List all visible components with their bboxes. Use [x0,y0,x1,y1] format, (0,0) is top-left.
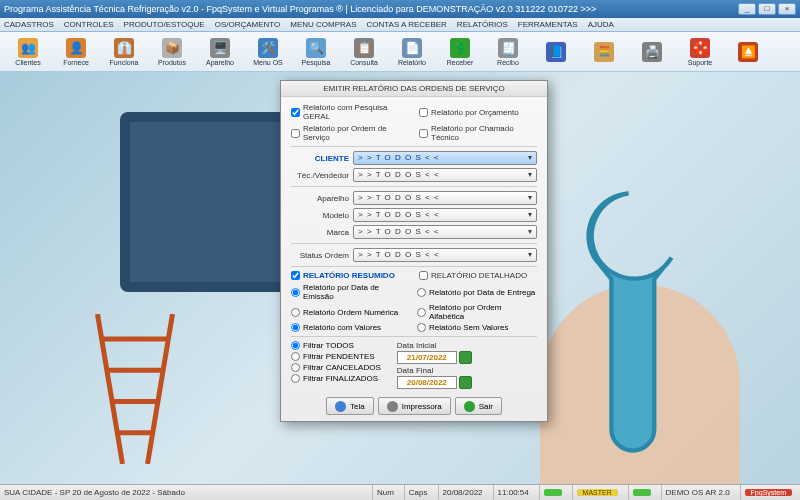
toolbar-btn-receber[interactable]: 💲Receber [438,34,482,70]
toolbar-btn-menu os[interactable]: 🛠️Menu OS [246,34,290,70]
toolbar-label: Clientes [15,59,40,66]
wrench-icon [540,172,760,472]
input-data-final[interactable]: 20/08/2022 [397,376,457,389]
toolbar-label: Relatório [398,59,426,66]
titlebar: Programa Assistência Técnica Refrigeraçã… [0,0,800,18]
impressora-button[interactable]: Impressora [378,397,451,415]
menu-produto[interactable]: PRODUTO/ESTOQUE [124,20,205,29]
select-aparelho[interactable]: > > T O D O S < < [353,191,537,205]
filter-todos[interactable]: Filtrar TODOS [291,341,381,350]
toolbar: 👥Clientes👤Fornece👔Funciona📦Produtos🖥️Apa… [0,32,800,72]
window-title: Programa Assistência Técnica Refrigeraçã… [4,4,738,14]
menu-ferramentas[interactable]: FERRAMENTAS [518,20,578,29]
radio-sem-valores[interactable]: Relatório Sem Valores [417,323,537,332]
toolbar-icon: 🖨️ [642,42,662,62]
window-controls: _ □ × [738,3,796,15]
toolbar-btn-item13[interactable]: 🖨️ [630,34,674,70]
status-num: Num [372,485,398,500]
filter-finalizados[interactable]: Filtrar FINALIZADOS [291,374,381,383]
toolbar-btn-produtos[interactable]: 📦Produtos [150,34,194,70]
report-dialog: EMITIR RELATÓRIO DAS ORDENS DE SERVIÇO R… [280,80,548,422]
minimize-button[interactable]: _ [738,3,756,15]
check-ordem-servico[interactable]: Relatório por Ordem de Serviço [291,124,409,142]
toolbar-btn-item11[interactable]: 📘 [534,34,578,70]
toolbar-btn-relatório[interactable]: 📄Relatório [390,34,434,70]
toolbar-btn-consulta[interactable]: 📋Consulta [342,34,386,70]
menu-controles[interactable]: CONTROLES [64,20,114,29]
radio-data-entrega[interactable]: Relatório por Data de Entrega [417,283,537,301]
select-status[interactable]: > > T O D O S < < [353,248,537,262]
toolbar-icon: 👔 [114,38,134,58]
toolbar-btn-recibo[interactable]: 🧾Recibo [486,34,530,70]
tela-button[interactable]: Tela [326,397,374,415]
label-aparelho: Aparelho [291,194,353,203]
label-modelo: Modelo [291,211,353,220]
toolbar-btn-funciona[interactable]: 👔Funciona [102,34,146,70]
toolbar-btn-aparelho[interactable]: 🖥️Aparelho [198,34,242,70]
menu-receber[interactable]: CONTAS A RECEBER [367,20,447,29]
toolbar-icon: 👥 [18,38,38,58]
select-tec[interactable]: > > T O D O S < < [353,168,537,182]
toolbar-label: Menu OS [253,59,283,66]
label-data-inicial: Data Inicial [397,341,472,350]
toolbar-btn-item15[interactable]: ⏏️ [726,34,770,70]
toolbar-btn-item12[interactable]: 🧮 [582,34,626,70]
toolbar-label: Suporte [688,59,713,66]
toolbar-btn-pesquisa[interactable]: 🔍Pesquisa [294,34,338,70]
calendar-icon[interactable] [459,376,472,389]
label-cliente: CLIENTE [291,154,353,163]
toolbar-icon: 📋 [354,38,374,58]
select-cliente[interactable]: > > T O D O S < < [353,151,537,165]
filter-pendentes[interactable]: Filtrar PENDENTES [291,352,381,361]
toolbar-icon: 📦 [162,38,182,58]
toolbar-btn-fornece[interactable]: 👤Fornece [54,34,98,70]
ladder-icon [80,314,190,464]
printer-icon [387,401,398,412]
menu-ajuda[interactable]: AJUDA [588,20,614,29]
toolbar-icon: 💲 [450,38,470,58]
sair-button[interactable]: Sair [455,397,502,415]
menubar: CADASTROS CONTROLES PRODUTO/ESTOQUE OS/O… [0,18,800,32]
toolbar-icon: ⏏️ [738,42,758,62]
status-brand: FpqSystem [745,489,792,496]
exit-icon [464,401,475,412]
status-date: 20/08/2022 [438,485,487,500]
toolbar-icon: 🛠️ [258,38,278,58]
menu-cadastros[interactable]: CADASTROS [4,20,54,29]
maximize-button[interactable]: □ [758,3,776,15]
toolbar-btn-suporte[interactable]: 🛟Suporte [678,34,722,70]
toolbar-label: Receber [447,59,473,66]
toolbar-label: Pesquisa [302,59,331,66]
radio-ordem-numerica[interactable]: Relatório Ordem Numérica [291,303,411,321]
check-pesquisa-geral[interactable]: Relatório com Pesquisa GERAL [291,103,409,121]
status-badge-green2 [633,489,651,496]
screen-icon [335,401,346,412]
menu-os[interactable]: OS/ORÇAMENTO [215,20,281,29]
check-chamado-tecnico[interactable]: Relatório por Chamado Técnico [419,124,537,142]
radio-data-emissao[interactable]: Relatório por Data de Emissão [291,283,411,301]
toolbar-icon: 🛟 [690,38,710,58]
toolbar-icon: 🖥️ [210,38,230,58]
radio-ordem-alfabetica[interactable]: Relatório por Ordem Alfabética [417,303,537,321]
filter-cancelados[interactable]: Filtrar CANCELADOS [291,363,381,372]
close-button[interactable]: × [778,3,796,15]
menu-relatorios[interactable]: RELATÓRIOS [457,20,508,29]
select-marca[interactable]: > > T O D O S < < [353,225,537,239]
check-orcamento[interactable]: Relatório por Orçamento [419,103,537,121]
radio-com-valores[interactable]: Relatório com Valores [291,323,411,332]
check-resumido[interactable]: RELATÓRIO RESUMIDO [291,271,409,280]
check-detalhado[interactable]: RELATÓRIO DETALHADO [419,271,537,280]
input-data-inicial[interactable]: 21/07/2022 [397,351,457,364]
calendar-icon[interactable] [459,351,472,364]
select-modelo[interactable]: > > T O D O S < < [353,208,537,222]
toolbar-icon: 🧮 [594,42,614,62]
toolbar-label: Funciona [110,59,139,66]
toolbar-icon: 📄 [402,38,422,58]
label-tec: Téc./Vendedor [291,171,353,180]
toolbar-btn-clientes[interactable]: 👥Clientes [6,34,50,70]
toolbar-label: Recibo [497,59,519,66]
label-status: Status Ordem [291,251,353,260]
toolbar-icon: 🔍 [306,38,326,58]
statusbar: SUA CIDADE - SP 20 de Agosto de 2022 - S… [0,484,800,500]
menu-compras[interactable]: MENU COMPRAS [290,20,356,29]
